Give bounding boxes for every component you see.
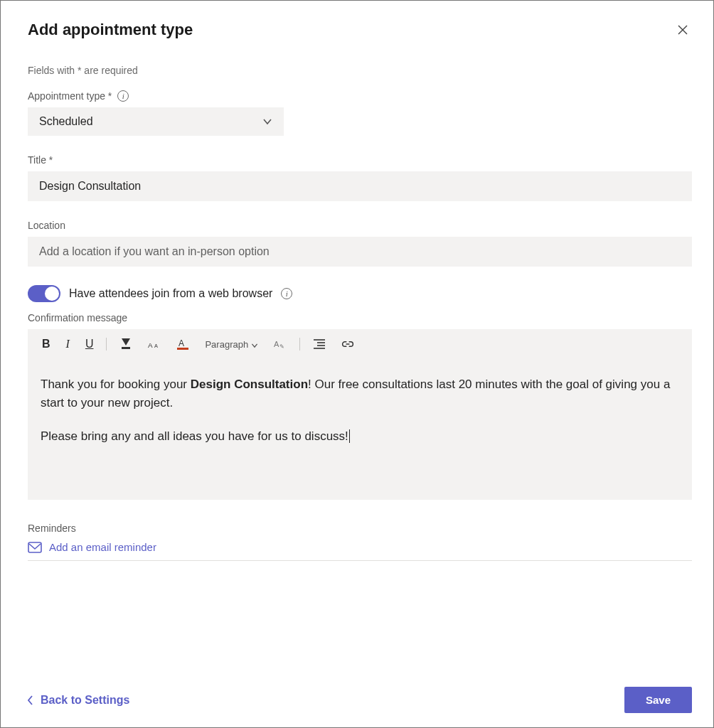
clear-formatting-icon: A✎ bbox=[274, 338, 287, 350]
confirmation-textarea[interactable]: Thank you for booking your Design Consul… bbox=[28, 358, 692, 471]
italic-button[interactable]: I bbox=[63, 336, 73, 352]
add-email-reminder-button[interactable]: Add an email reminder bbox=[28, 541, 692, 560]
reminders-section: Reminders Add an email reminder bbox=[28, 523, 692, 561]
clear-formatting-button[interactable]: A✎ bbox=[271, 337, 289, 351]
svg-text:A: A bbox=[274, 340, 279, 348]
svg-rect-14 bbox=[28, 542, 41, 552]
svg-text:A: A bbox=[154, 343, 158, 349]
indent-button[interactable] bbox=[310, 337, 329, 351]
highlight-button[interactable] bbox=[117, 337, 135, 351]
chevron-down-icon bbox=[262, 117, 272, 127]
paragraph-style-select[interactable]: Paragraph bbox=[202, 338, 261, 351]
appointment-type-value: Scheduled bbox=[39, 115, 93, 128]
confirmation-editor: B I U AA A Paragraph bbox=[28, 329, 692, 500]
title-input[interactable] bbox=[28, 171, 692, 201]
font-size-icon: AA bbox=[148, 338, 161, 350]
title-label: Title * bbox=[28, 154, 692, 166]
toolbar-separator bbox=[106, 338, 107, 350]
link-button[interactable] bbox=[339, 337, 357, 351]
editor-toolbar: B I U AA A Paragraph bbox=[28, 329, 692, 358]
svg-text:✎: ✎ bbox=[279, 343, 284, 350]
svg-text:A: A bbox=[148, 341, 153, 349]
info-icon[interactable]: i bbox=[117, 90, 129, 102]
toolbar-separator bbox=[299, 338, 300, 350]
highlighter-icon bbox=[119, 338, 132, 350]
confirmation-label: Confirmation message bbox=[28, 312, 692, 323]
add-appointment-type-modal: Add appointment type Fields with * are r… bbox=[0, 0, 714, 728]
modal-footer: Back to Settings Save bbox=[28, 678, 692, 713]
svg-text:A: A bbox=[178, 338, 184, 348]
svg-rect-7 bbox=[177, 348, 188, 350]
save-button[interactable]: Save bbox=[624, 687, 692, 713]
chevron-left-icon bbox=[28, 695, 33, 705]
close-button[interactable] bbox=[673, 19, 692, 41]
svg-marker-2 bbox=[122, 338, 130, 346]
info-icon[interactable]: i bbox=[281, 288, 292, 299]
web-join-label: Have attendees join from a web browser bbox=[69, 287, 272, 300]
font-color-button[interactable]: A bbox=[174, 337, 192, 351]
appointment-type-select[interactable]: Scheduled bbox=[28, 107, 284, 136]
modal-title: Add appointment type bbox=[28, 21, 193, 39]
required-fields-hint: Fields with * are required bbox=[28, 65, 692, 76]
toggle-knob bbox=[45, 287, 59, 301]
modal-header: Add appointment type bbox=[28, 19, 692, 41]
close-icon bbox=[678, 21, 688, 38]
back-to-settings-link[interactable]: Back to Settings bbox=[28, 694, 129, 707]
underline-button[interactable]: U bbox=[82, 336, 97, 352]
font-color-icon: A bbox=[176, 338, 189, 350]
svg-rect-3 bbox=[122, 347, 130, 349]
location-input[interactable] bbox=[28, 237, 692, 267]
bold-button[interactable]: B bbox=[39, 336, 53, 352]
location-label: Location bbox=[28, 220, 692, 231]
link-icon bbox=[341, 338, 354, 350]
font-size-button[interactable]: AA bbox=[145, 337, 164, 351]
appointment-type-label: Appointment type * i bbox=[28, 90, 692, 102]
mail-icon bbox=[28, 542, 42, 553]
web-join-toggle[interactable] bbox=[28, 285, 60, 302]
web-join-row: Have attendees join from a web browser i bbox=[28, 285, 692, 302]
reminders-label: Reminders bbox=[28, 523, 692, 534]
indent-icon bbox=[313, 338, 326, 350]
chevron-down-icon bbox=[251, 341, 258, 348]
text-cursor bbox=[349, 429, 350, 443]
